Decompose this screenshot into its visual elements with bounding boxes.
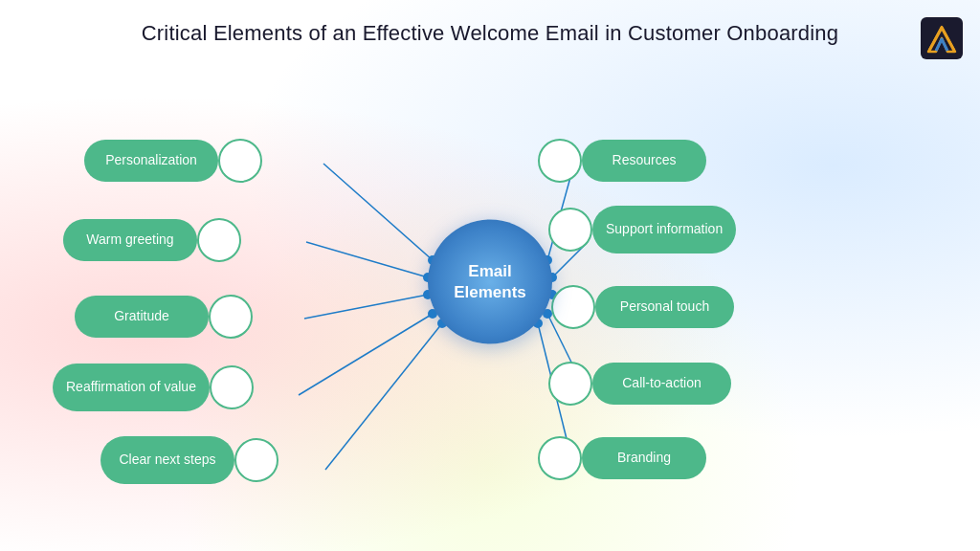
node-call-to-action: Call-to-action <box>548 362 731 406</box>
svg-line-3 <box>323 164 433 260</box>
circle-warm-greeting <box>197 218 241 262</box>
center-text: EmailElements <box>454 261 526 300</box>
circle-personal-touch <box>551 285 595 329</box>
svg-line-7 <box>325 323 442 470</box>
circle-personalization <box>218 139 262 183</box>
pill-warm-greeting: Warm greeting <box>63 219 197 261</box>
circle-branding <box>538 436 582 480</box>
pill-gratitude: Gratitude <box>75 296 209 338</box>
center-node: EmailElements <box>428 220 552 344</box>
node-branding: Branding <box>538 436 706 480</box>
node-clear-next-steps: Clear next steps <box>100 436 278 484</box>
svg-line-6 <box>299 314 433 395</box>
pill-reaffirmation: Reaffirmation of value <box>53 364 210 411</box>
node-gratitude: Gratitude <box>75 295 253 339</box>
node-personalization: Personalization <box>84 139 262 183</box>
node-resources: Resources <box>538 139 706 183</box>
circle-call-to-action <box>548 362 592 406</box>
pill-support-information: Support information <box>592 206 736 253</box>
svg-line-5 <box>304 295 428 319</box>
circle-resources <box>538 139 582 183</box>
node-support-information: Support information <box>548 206 736 253</box>
node-reaffirmation: Reaffirmation of value <box>53 364 254 411</box>
circle-clear-next-steps <box>234 438 278 482</box>
svg-line-4 <box>306 242 428 277</box>
pill-personal-touch: Personal touch <box>595 286 734 328</box>
pill-branding: Branding <box>582 437 706 479</box>
pill-call-to-action: Call-to-action <box>592 363 731 405</box>
pill-personalization: Personalization <box>84 140 218 182</box>
node-personal-touch: Personal touch <box>551 285 734 329</box>
node-warm-greeting: Warm greeting <box>63 218 241 262</box>
pill-clear-next-steps: Clear next steps <box>100 436 234 484</box>
circle-gratitude <box>209 295 253 339</box>
circle-reaffirmation <box>210 365 254 409</box>
pill-resources: Resources <box>582 140 706 182</box>
circle-support-information <box>548 208 592 252</box>
